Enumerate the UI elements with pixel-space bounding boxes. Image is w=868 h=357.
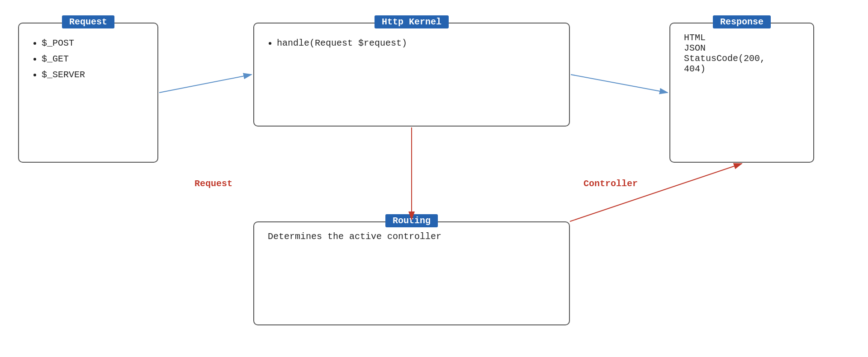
arrow-routing-to-response: [570, 164, 742, 221]
diagram-container: Request $_POST $_GET $_SERVER Http Kerne…: [0, 0, 868, 357]
kernel-item-handle: handle(Request $request): [277, 38, 555, 48]
request-box-label: Request: [62, 15, 114, 28]
response-line-status2: 404): [684, 64, 800, 74]
kernel-box-label: Http Kernel: [375, 15, 449, 28]
kernel-box: Http Kernel handle(Request $request): [253, 23, 570, 127]
response-box-label: Response: [713, 15, 771, 28]
request-arrow-label: Request: [194, 178, 232, 189]
kernel-box-content: handle(Request $request): [254, 23, 569, 63]
routing-text: Determines the active controller: [268, 231, 441, 242]
request-items-list: $_POST $_GET $_SERVER: [33, 38, 144, 80]
arrow-request-to-kernel: [159, 75, 251, 93]
request-item-post: $_POST: [42, 38, 144, 48]
routing-box-label: Routing: [385, 214, 438, 227]
request-box: Request $_POST $_GET $_SERVER: [18, 23, 158, 163]
response-box-content: HTML JSON StatusCode(200, 404): [670, 23, 813, 83]
request-box-content: $_POST $_GET $_SERVER: [19, 23, 157, 94]
response-box: Response HTML JSON StatusCode(200, 404): [669, 23, 814, 163]
response-line-json: JSON: [684, 43, 800, 53]
response-line-status1: StatusCode(200,: [684, 53, 800, 64]
response-line-html: HTML: [684, 33, 800, 43]
arrow-kernel-to-response: [571, 75, 668, 93]
request-item-get: $_GET: [42, 54, 144, 64]
kernel-items-list: handle(Request $request): [268, 38, 555, 48]
controller-arrow-label: Controller: [583, 178, 638, 189]
request-item-server: $_SERVER: [42, 70, 144, 80]
routing-box: Routing Determines the active controller: [253, 221, 570, 325]
